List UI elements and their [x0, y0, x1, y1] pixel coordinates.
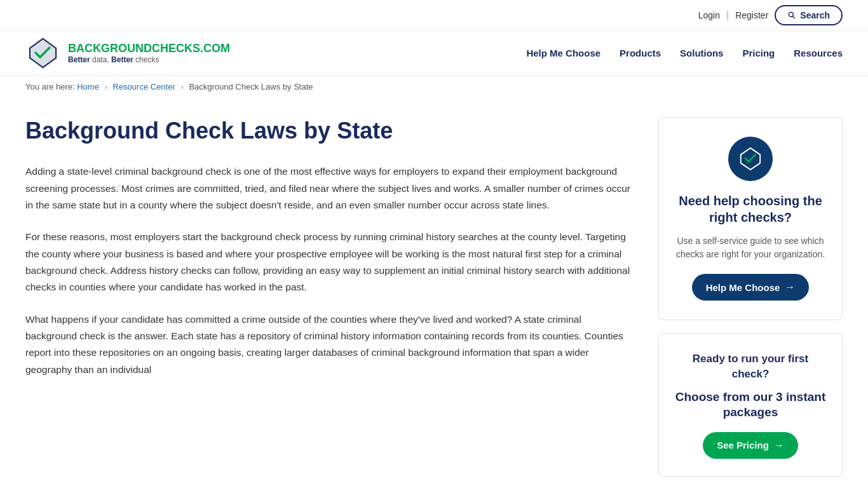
nav-pricing[interactable]: Pricing	[742, 48, 775, 58]
breadcrumb-arrow1: ›	[105, 82, 107, 92]
logo[interactable]: BACKGROUNDCHECKS.COM Better data. Better…	[25, 36, 230, 71]
pricing-card-title: Ready to run your first check?	[674, 351, 827, 382]
see-pricing-label: See Pricing	[717, 440, 769, 451]
paragraph-2: For these reasons, most employers start …	[25, 229, 633, 295]
page-title: Background Check Laws by State	[25, 117, 633, 144]
help-me-choose-button[interactable]: Help Me Choose →	[692, 274, 810, 301]
see-pricing-button[interactable]: See Pricing →	[703, 432, 798, 459]
brand-part1: BACKGROUND	[68, 42, 152, 55]
paragraph-3: What happens if your candidate has commi…	[25, 311, 633, 378]
nav-resources[interactable]: Resources	[794, 48, 843, 58]
tagline-better1: Better	[68, 55, 90, 64]
card-icon-help	[728, 137, 773, 181]
tagline-better2: Better	[111, 55, 133, 64]
nav-links: Help Me Choose Products Solutions Pricin…	[526, 48, 843, 58]
svg-line-1	[793, 16, 795, 18]
main-content: Background Check Laws by State Adding a …	[25, 117, 633, 477]
arrow-right-icon: →	[785, 281, 795, 293]
search-button[interactable]: Search	[775, 5, 843, 25]
logo-icon	[25, 36, 60, 71]
divider: |	[726, 10, 729, 21]
breadcrumb: You are here: Home › Resource Center › B…	[0, 76, 868, 98]
nav-products[interactable]: Products	[620, 48, 661, 58]
card-help-title: Need help choosing the right checks?	[674, 193, 827, 226]
search-icon	[787, 11, 796, 20]
breadcrumb-prefix: You are here:	[25, 82, 75, 92]
pricing-arrow-icon: →	[774, 440, 784, 451]
breadcrumb-arrow2: ›	[180, 82, 183, 92]
pricing-card-subtitle: Choose from our 3 instant packages	[674, 390, 827, 421]
logo-text: BACKGROUNDCHECKS.COM Better data. Better…	[68, 42, 230, 65]
breadcrumb-home[interactable]: Home	[77, 82, 99, 92]
tagline: Better data. Better checks	[68, 55, 230, 64]
search-label: Search	[800, 10, 830, 20]
sidebar: Need help choosing the right checks? Use…	[658, 117, 843, 477]
content-wrapper: Background Check Laws by State Adding a …	[0, 98, 868, 488]
nav-help-me-choose[interactable]: Help Me Choose	[526, 48, 600, 58]
nav-solutions[interactable]: Solutions	[680, 48, 723, 58]
sidebar-card-help: Need help choosing the right checks? Use…	[658, 117, 843, 320]
brand-part2: CHECKS.COM	[152, 42, 230, 55]
card-help-desc: Use a self-service guide to see which ch…	[674, 234, 827, 261]
breadcrumb-current: Background Check Laws by State	[189, 82, 313, 92]
sidebar-card-pricing: Ready to run your first check? Choose fr…	[658, 333, 843, 477]
top-bar: Login | Register Search	[0, 0, 868, 31]
paragraph-1: Adding a state-level criminal background…	[25, 163, 633, 214]
help-brand-icon	[738, 147, 763, 171]
login-link[interactable]: Login	[698, 10, 720, 20]
help-me-choose-label: Help Me Choose	[706, 282, 780, 293]
breadcrumb-resource-center[interactable]: Resource Center	[113, 82, 175, 92]
register-link[interactable]: Register	[735, 10, 768, 20]
main-nav: BACKGROUNDCHECKS.COM Better data. Better…	[0, 31, 868, 76]
